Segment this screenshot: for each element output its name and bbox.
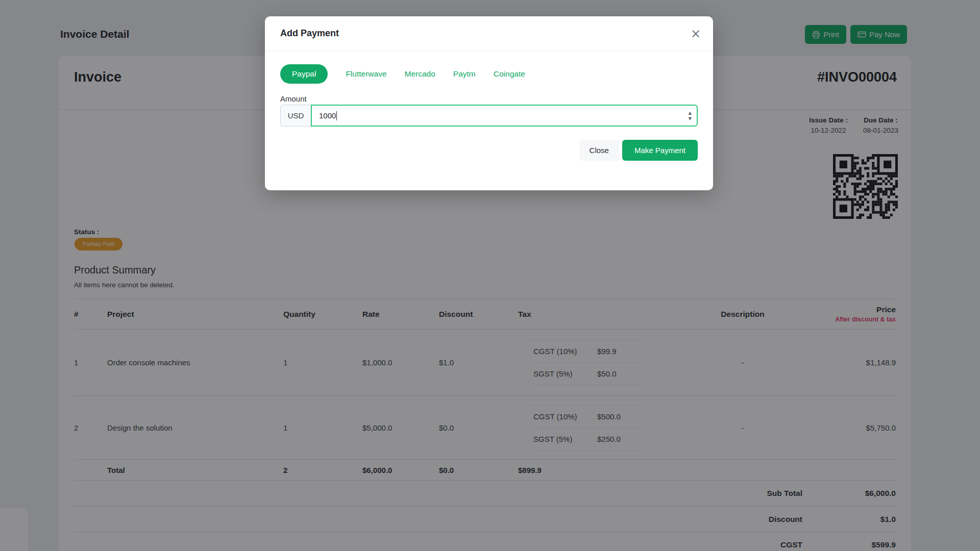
modal-actions: Close Make Payment: [280, 140, 698, 161]
text-caret: [336, 111, 337, 120]
tab-flutterwave[interactable]: Flutterwave: [346, 69, 386, 79]
add-payment-modal: Add Payment × Paypal Flutterwave Mercado…: [265, 16, 713, 190]
close-button[interactable]: Close: [579, 140, 619, 161]
tab-coingate[interactable]: Coingate: [494, 69, 525, 79]
make-payment-button[interactable]: Make Payment: [622, 140, 698, 161]
modal-header: Add Payment ×: [265, 16, 713, 51]
number-spinner: ▲ ▼: [688, 110, 693, 121]
spinner-down-icon[interactable]: ▼: [688, 116, 693, 121]
modal-body: Paypal Flutterwave Mercado Paytm Coingat…: [265, 51, 713, 161]
amount-input[interactable]: 1000 ▲ ▼: [311, 105, 698, 127]
tab-paypal[interactable]: Paypal: [280, 64, 328, 84]
currency-prefix: USD: [280, 105, 311, 127]
close-icon[interactable]: ×: [691, 28, 701, 40]
tab-mercado[interactable]: Mercado: [405, 69, 435, 79]
amount-label: Amount: [280, 94, 698, 103]
modal-title: Add Payment: [280, 28, 339, 39]
spinner-up-icon[interactable]: ▲: [688, 110, 693, 115]
tab-paytm[interactable]: Paytm: [453, 69, 476, 79]
amount-value: 1000: [319, 111, 336, 120]
amount-input-group: USD 1000 ▲ ▼: [280, 105, 698, 127]
payment-method-tabs: Paypal Flutterwave Mercado Paytm Coingat…: [280, 64, 698, 84]
